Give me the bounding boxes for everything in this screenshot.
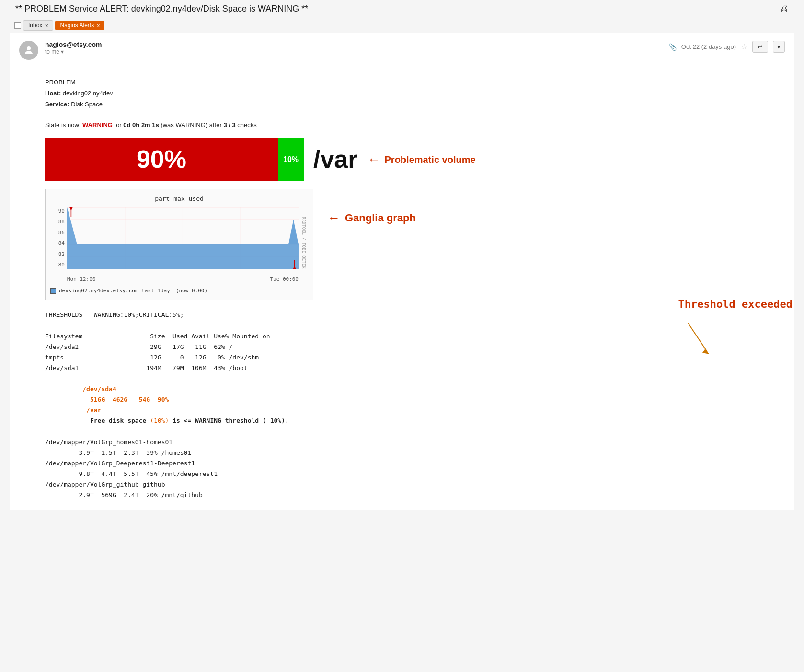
ganglia-arrow-icon: ← — [328, 208, 340, 228]
service-line: Service: Disk Space — [45, 100, 783, 110]
email-header: nagios@etsy.com to me ▾ 📎 Oct 22 (2 days… — [10, 33, 794, 68]
service-value: Disk Space — [71, 101, 103, 108]
fs-row-github-mapper: /dev/mapper/VolGrp_github-github — [45, 479, 783, 490]
service-label: Service: — [45, 101, 69, 108]
tab-nagios-alerts[interactable]: Nagios Alerts x — [55, 21, 104, 30]
state-line: State is now: WARNING for 0d 0h 2m 1s (w… — [45, 120, 783, 130]
email-meta: nagios@etsy.com to me ▾ — [45, 41, 668, 55]
graph-title: part_max_used — [50, 194, 308, 204]
fs-row-sda4: /dev/sda4 516G 462G 54G 90% /var Free di… — [45, 373, 783, 437]
checks-value: 3 / 3 — [223, 121, 235, 128]
host-value: devking02.ny4dev — [63, 90, 113, 97]
state-for: for — [115, 121, 124, 128]
host-label: Host: — [45, 90, 61, 97]
svg-line-16 — [688, 323, 707, 352]
email-body: PROBLEM Host: devking02.ny4dev Service: … — [10, 68, 794, 510]
select-checkbox[interactable] — [14, 22, 21, 29]
email-actions: 📎 Oct 22 (2 days ago) ☆ ↩ ▾ — [668, 41, 785, 53]
disk-free-portion: 10% — [278, 138, 304, 181]
fs-row-homes-mapper: /dev/mapper/VolGrp_homes01-homes01 — [45, 437, 783, 448]
ganglia-graph-box: part_max_used 90 88 86 84 82 80 — [45, 189, 313, 300]
threshold-section: Threshold exceeded THRESHOLDS - WARNING:… — [45, 310, 783, 500]
fs-row-sda1: /dev/sda1 194M 79M 106M 43% /boot — [45, 363, 783, 373]
svg-point-0 — [27, 46, 31, 50]
tab-nagios-label: Nagios Alerts — [60, 22, 94, 29]
graph-x-labels: Mon 12:00 Tue 00:00 — [67, 275, 299, 284]
print-icon[interactable]: 🖨 — [780, 4, 789, 14]
sender-name: nagios@etsy.com — [45, 41, 668, 48]
disk-used-pct: 90% — [137, 139, 186, 179]
graph-legend: devking02.ny4dev.etsy.com last 1day (now… — [50, 287, 308, 295]
ganglia-annotation: ← Ganglia graph — [328, 208, 416, 228]
chevron-down-icon: ▾ — [61, 48, 64, 55]
arrow-left-icon: ← — [368, 149, 381, 171]
email-subject: ** PROBLEM Service ALERT: devking02.ny4d… — [15, 4, 308, 14]
tabs-bar: Inbox x Nagios Alerts x — [10, 18, 794, 33]
tab-inbox[interactable]: Inbox x — [23, 20, 53, 31]
disk-free-pct: 10% — [283, 153, 299, 166]
fs-row-tmpfs: tmpfs 12G 0 12G 0% /dev/shm — [45, 352, 783, 363]
problem-header: PROBLEM — [45, 78, 783, 88]
graph-section: part_max_used 90 88 86 84 82 80 — [45, 189, 783, 300]
fs-row-deeperest-size: 9.8T 4.4T 5.5T 45% /mnt/deeperest1 — [45, 469, 783, 479]
fs-row-github-size: 2.9T 569G 2.4T 20% /mnt/github — [45, 490, 783, 500]
graph-legend-now: (now 0.00) — [176, 287, 207, 295]
avatar — [19, 41, 38, 60]
to-me[interactable]: to me ▾ — [45, 48, 668, 55]
ganglia-graph-label: Ganglia graph — [345, 209, 416, 226]
svg-marker-13 — [69, 207, 72, 211]
threshold-exceeded-label: Threshold exceeded — [678, 295, 793, 313]
fs-row-sda2: /dev/sda2 29G 17G 11G 62% / — [45, 342, 783, 352]
disk-usage-bar: 90% 10% — [45, 138, 304, 181]
star-icon[interactable]: ☆ — [741, 42, 747, 51]
disk-volume-label: /var — [313, 139, 358, 179]
disk-used-portion: 90% — [45, 138, 278, 181]
threshold-line1: THRESHOLDS - WARNING:10%;CRITICAL:5%; — [45, 310, 783, 320]
problematic-volume-label: Problematic volume — [385, 152, 476, 167]
attachment-icon: 📎 — [668, 43, 677, 51]
tab-nagios-close[interactable]: x — [97, 23, 100, 28]
fs-row-deeperest-mapper: /dev/mapper/VolGrp_Deeperest1-Deeperest1 — [45, 458, 783, 469]
tab-inbox-label: Inbox — [28, 22, 42, 29]
email-container: nagios@etsy.com to me ▾ 📎 Oct 22 (2 days… — [10, 33, 794, 510]
rrdtool-label: RRDTOOL / TOBI OETIK — [300, 217, 307, 268]
duration-value: 0d 0h 2m 1s — [123, 121, 159, 128]
reply-button[interactable]: ↩ — [752, 41, 768, 53]
tab-inbox-close[interactable]: x — [45, 23, 48, 28]
fs-row-homes-size: 3.9T 1.5T 2.3T 39% /homes01 — [45, 448, 783, 458]
state-prefix: State is now: — [45, 121, 80, 128]
fs-header: Filesystem Size Used Avail Use% Mounted … — [45, 331, 783, 342]
host-line: Host: devking02.ny4dev — [45, 89, 783, 99]
graph-area: 90 88 86 84 82 80 — [50, 207, 308, 284]
graph-y-labels: 90 88 86 84 82 80 — [50, 207, 65, 269]
threshold-annotation: Threshold exceeded — [678, 295, 793, 359]
graph-legend-text: devking02.ny4dev.etsy.com last 1day — [59, 287, 170, 295]
more-options-button[interactable]: ▾ — [773, 41, 785, 53]
legend-color-box — [50, 288, 56, 294]
state-suffix: (was WARNING) after — [161, 121, 223, 128]
graph-canvas — [67, 207, 299, 269]
email-date: Oct 22 (2 days ago) — [681, 43, 736, 50]
